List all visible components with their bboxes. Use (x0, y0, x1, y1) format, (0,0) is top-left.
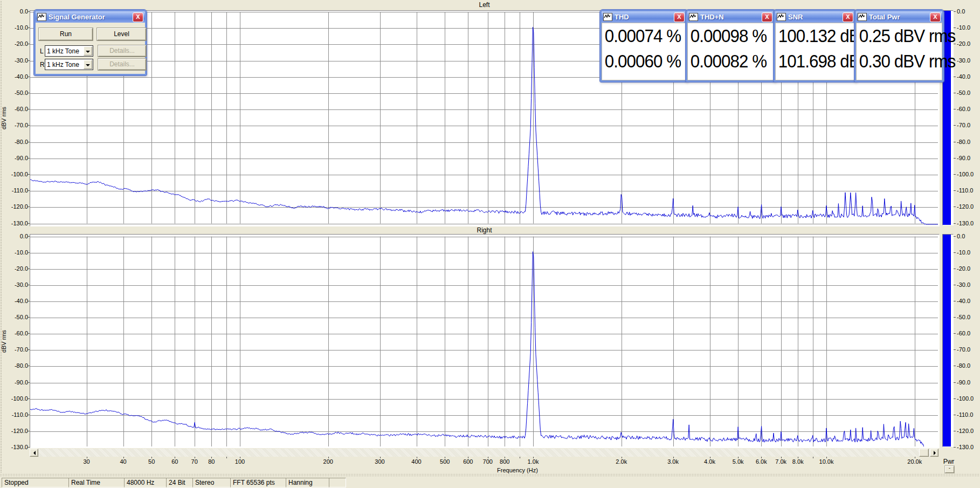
status-cell-stereo: Stereo (192, 478, 232, 487)
pwr-scale-tick-label: -130.0 (957, 444, 974, 450)
pwr-scale-tick-mark (954, 415, 956, 415)
chevron-down-icon (86, 51, 90, 55)
y-axis-tick-mark (27, 252, 30, 253)
pwr-scale-tick-label: -20.0 (957, 266, 970, 272)
status-cell-empty (329, 478, 346, 487)
meter-title-bar[interactable]: THD+NX (687, 11, 774, 23)
right-tone-select[interactable]: 1 kHz Tone (45, 59, 93, 70)
y-axis-tick-mark (27, 317, 30, 318)
y-axis-tick-label: 0.0 (3, 233, 28, 239)
pwr-pane-collapse-button[interactable]: - (945, 466, 954, 473)
x-axis-tick-label: 2.0k (605, 458, 638, 465)
left-tone-dropdown-button[interactable] (84, 46, 92, 56)
scrollbar-thumb[interactable] (919, 449, 929, 457)
x-axis-tick-label: 200 (312, 458, 344, 465)
pwr-scale-tick-label: -30.0 (957, 58, 970, 64)
meter-value-right-channel: 0.00082 % (688, 49, 769, 74)
meter-window-total-pwr: Total PwrX0.25 dBV rms0.30 dBV rms (854, 10, 944, 82)
y-axis-tick-label: -60.0 (3, 331, 28, 336)
pwr-scale-tick-label: -100.0 (957, 171, 974, 177)
meter-title: THD (615, 13, 629, 21)
y-axis-tick-label: -40.0 (3, 298, 28, 304)
scrollbar-right-arrow[interactable] (930, 449, 938, 457)
waveform-icon (689, 13, 698, 21)
y-axis-tick-mark (27, 174, 30, 175)
left-tone-select[interactable]: 1 kHz Tone (45, 45, 93, 57)
meter-close-icon[interactable]: X (843, 12, 853, 22)
pwr-scale-tick-label: 0.0 (957, 233, 965, 239)
pwr-scale-tick-mark (954, 252, 956, 253)
y-axis-tick-mark (27, 207, 30, 207)
pwr-scale-tick-mark (954, 285, 956, 285)
waveform-icon (777, 13, 786, 21)
meter-value-right-channel: 101.698 dB (776, 49, 851, 74)
y-axis-tick-label: 0.0 (3, 9, 28, 15)
left-dock-gripper[interactable] (1, 1, 2, 473)
signal-generator-close-icon[interactable]: X (133, 12, 143, 22)
pwr-scale-tick-label: -120.0 (957, 428, 974, 434)
y-axis-tick-mark (27, 11, 30, 12)
y-axis-tick-mark (27, 236, 30, 237)
meter-value-right-channel: 0.00060 % (602, 49, 681, 74)
frequency-scrollbar[interactable] (30, 449, 938, 457)
meter-title: THD+N (700, 13, 724, 21)
pwr-scale-tick-mark (954, 398, 956, 399)
run-button[interactable]: Run (39, 28, 93, 40)
scrollbar-left-arrow[interactable] (30, 449, 38, 457)
pwr-scale-tick-mark (954, 174, 956, 175)
meter-window-thd-n: THD+NX0.00098 %0.00082 % (686, 10, 776, 82)
y-axis-tick-mark (27, 285, 30, 285)
meter-title-bar[interactable]: Total PwrX (856, 11, 942, 23)
right-spectrum-curve (30, 252, 938, 446)
pwr-scale-tick-mark (954, 11, 956, 12)
left-arrow-icon (31, 451, 36, 455)
y-axis-tick-label: -10.0 (3, 250, 28, 256)
right-spectrum-plot (30, 235, 938, 446)
pwr-scale-tick-mark (954, 77, 956, 77)
x-axis-tick-label: 3.0k (657, 458, 689, 465)
y-axis-tick-mark (27, 415, 30, 415)
pwr-scale-tick-mark (954, 349, 956, 350)
y-axis-tick-label: -20.0 (3, 266, 28, 272)
y-axis-tick-label: -30.0 (3, 58, 28, 64)
pwr-scale-tick-mark (954, 158, 956, 159)
meter-close-icon[interactable]: X (762, 12, 772, 22)
meter-close-icon[interactable]: X (930, 12, 941, 22)
x-axis-tick-label: 400 (401, 458, 433, 465)
meter-title-bar[interactable]: THDX (602, 11, 686, 23)
x-axis-tick-label: 40 (107, 458, 140, 465)
y-axis-tick-label: -80.0 (3, 363, 28, 369)
pwr-scale-tick-label: -50.0 (957, 90, 970, 96)
y-axis-tick-label: -110.0 (3, 188, 28, 194)
meter-value-panel: 0.00074 %0.00060 % (602, 23, 686, 80)
y-axis-tick-mark (27, 398, 30, 399)
right-tone-dropdown-button[interactable] (84, 60, 92, 69)
meter-title-bar[interactable]: SNRX (775, 11, 855, 23)
pwr-scale-tick-label: -90.0 (957, 380, 970, 386)
level-button[interactable]: Level (97, 28, 146, 40)
chevron-down-icon (86, 64, 90, 68)
status-separator-dotted (0, 476, 980, 476)
signal-generator-title-bar[interactable]: Signal Generator X (36, 11, 145, 23)
pwr-scale-tick-label: -90.0 (957, 155, 970, 161)
pwr-scale-tick-label: -110.0 (957, 188, 973, 194)
pwr-scale-tick-label: -40.0 (957, 74, 970, 80)
left-details-button[interactable]: Details... (98, 45, 146, 57)
signal-generator-title: Signal Generator (49, 13, 105, 21)
y-axis-tick-label: -100.0 (3, 171, 28, 177)
audio-analyzer-app: Left Right dBV rms dBV rms 0.00.0-10.0-1… (0, 0, 980, 488)
right-details-button[interactable]: Details... (98, 59, 146, 70)
y-axis-tick-mark (27, 223, 30, 224)
y-axis-tick-label: -100.0 (3, 396, 28, 402)
pwr-scale-tick-label: -60.0 (957, 106, 970, 112)
y-axis-tick-mark (27, 60, 30, 61)
y-axis-tick-label: -80.0 (3, 139, 28, 145)
y-axis-tick-label: -50.0 (3, 314, 28, 320)
pwr-meter-right-well (942, 234, 954, 447)
y-axis-tick-mark (27, 301, 30, 301)
left-channel-label: L (40, 47, 44, 55)
x-axis-tick-label: 30 (71, 458, 103, 465)
meter-close-icon[interactable]: X (674, 12, 685, 22)
x-axis-tick-label: 800 (488, 458, 521, 465)
meter-value-left-channel: 0.00098 % (688, 23, 769, 49)
